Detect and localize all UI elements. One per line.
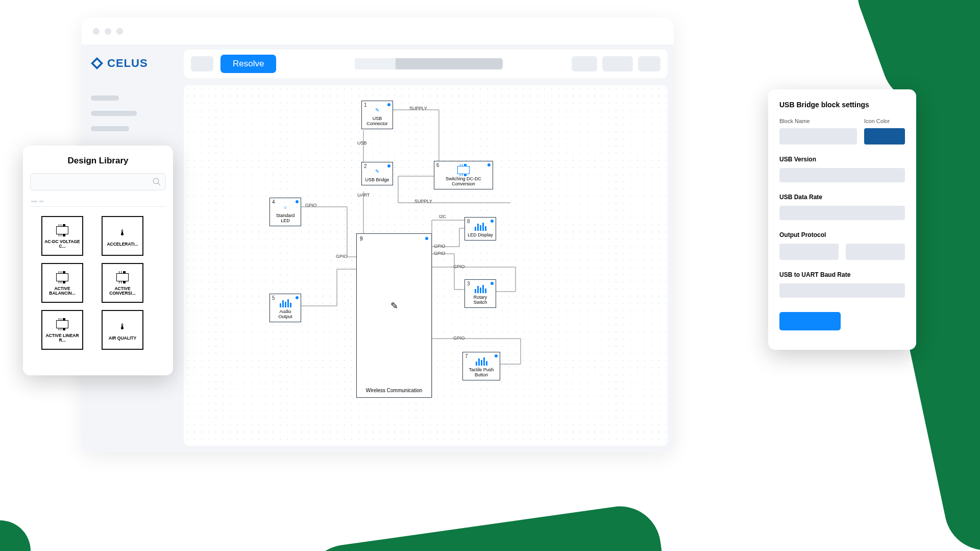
svg-line-29	[158, 183, 160, 185]
block-status-dot-icon	[387, 164, 390, 167]
port-label: GPIO	[453, 264, 465, 269]
library-item-ac-dc[interactable]: AC-DC VOLTAGE C...	[41, 216, 83, 256]
block-status-dot-icon	[487, 163, 491, 166]
canvas-block-usb-bridge[interactable]: 2 ✎ USB Bridge	[361, 162, 393, 185]
toolbar-placeholder[interactable]	[191, 56, 213, 71]
block-settings-panel[interactable]: USB Bridge block settings Block Name Ico…	[768, 89, 916, 350]
bg-shape	[0, 520, 31, 551]
block-status-dot-icon	[491, 282, 494, 285]
block-status-dot-icon	[296, 200, 299, 203]
dcdc-icon	[435, 163, 492, 177]
canvas-block-dcdc[interactable]: 6 Switching DC-DC Conversion	[434, 161, 493, 189]
library-item-active-linear[interactable]: ACTIVE LINEAR R...	[41, 310, 83, 350]
canvas-block-tactile-button[interactable]: 7 Tactile Push Button	[462, 352, 500, 380]
library-item-active-conversion[interactable]: ACTIVE CONVERSI...	[102, 263, 143, 303]
port-label: GPIO	[434, 244, 446, 249]
output-protocol-input[interactable]	[846, 244, 905, 260]
field-label: USB Version	[779, 156, 905, 163]
usb-data-rate-input[interactable]	[779, 206, 905, 220]
library-item-air-quality[interactable]: 🌡AIR QUALITY	[102, 310, 143, 350]
block-name-input[interactable]	[779, 128, 857, 145]
window-control-icon[interactable]	[93, 28, 100, 35]
block-status-dot-icon	[296, 296, 299, 299]
bg-shape	[301, 501, 669, 551]
canvas-block-usb-connector[interactable]: 1 ✎ USB Connector	[361, 101, 393, 129]
apply-settings-button[interactable]	[779, 312, 841, 330]
divider	[30, 206, 166, 207]
chip-icon	[56, 317, 68, 331]
canvas-block-rotary-switch[interactable]: 3 Rotary Switch	[464, 279, 496, 308]
uart-baud-input[interactable]	[779, 283, 905, 298]
nav-item-placeholder[interactable]	[91, 126, 129, 131]
brand-text: CELUS	[107, 57, 148, 70]
block-number: 9	[360, 236, 363, 242]
port-label: GPIO	[336, 254, 348, 259]
toolbar: Resolve	[184, 50, 668, 78]
settings-title: USB Bridge block settings	[779, 101, 905, 109]
svg-point-28	[153, 178, 159, 184]
logo-mark-icon	[91, 57, 103, 69]
port-label: I2C	[439, 214, 446, 219]
canvas-block-wireless[interactable]: 9 ✎ Wireless Communication	[356, 233, 432, 398]
toolbar-placeholder[interactable]	[572, 56, 597, 71]
library-item-accelerometer[interactable]: 🌡ACCELERATI...	[102, 216, 143, 256]
output-protocol-input[interactable]	[779, 244, 839, 260]
library-title: Design Library	[30, 156, 166, 166]
block-label: Wireless Communication	[357, 388, 431, 393]
port-label: USB	[357, 140, 367, 146]
block-status-dot-icon	[495, 354, 498, 357]
usb-version-input[interactable]	[779, 168, 905, 182]
field-label: USB to UART Baud Rate	[779, 271, 905, 278]
block-status-dot-icon	[491, 220, 494, 223]
thermometer-icon: 🌡	[118, 226, 127, 240]
window-control-icon[interactable]	[105, 28, 111, 35]
thermometer-icon: 🌡	[118, 320, 127, 334]
resolve-button[interactable]: Resolve	[220, 55, 276, 73]
progress-fill	[355, 58, 396, 69]
block-status-dot-icon	[387, 103, 390, 106]
icon-color-picker[interactable]	[864, 128, 905, 145]
canvas-block-audio-output[interactable]: 5 Audio Output	[270, 294, 301, 322]
field-label: USB Data Rate	[779, 194, 905, 201]
field-label: Icon Color	[864, 118, 905, 124]
field-label: Output Protocol	[779, 231, 905, 238]
window-control-icon[interactable]	[116, 28, 123, 35]
port-label: GPIO	[434, 251, 446, 256]
block-status-dot-icon	[425, 237, 428, 240]
main-column: Resolve 9 ✎ Wireless Communication	[184, 44, 674, 452]
nav-item-placeholder[interactable]	[91, 95, 119, 101]
progress-bar	[355, 58, 503, 69]
canvas-block-led-display[interactable]: 8 LED Display	[464, 217, 496, 241]
library-filter-icon[interactable]	[30, 198, 166, 202]
nav-item-placeholder[interactable]	[91, 111, 137, 116]
chip-icon	[116, 270, 129, 284]
search-icon	[152, 177, 161, 186]
chip-icon	[56, 223, 68, 237]
port-label: GPIO	[305, 203, 317, 208]
port-label: SUPPLY	[409, 106, 427, 111]
library-item-active-balancing[interactable]: ACTIVE BALANCIN...	[41, 263, 83, 303]
field-label: Block Name	[779, 118, 857, 124]
button-icon	[464, 354, 499, 368]
design-library-panel[interactable]: Design Library AC-DC VOLTAGE C... 🌡ACCEL…	[23, 146, 173, 375]
brand-logo[interactable]: CELUS	[91, 57, 175, 70]
canvas-block-standard-led[interactable]: 4 ☼ Standard LED	[270, 198, 301, 226]
port-label: UART	[357, 193, 370, 198]
toolbar-placeholder[interactable]	[602, 56, 633, 71]
port-label: GPIO	[453, 336, 465, 341]
toolbar-placeholder[interactable]	[638, 56, 660, 71]
chip-icon	[56, 270, 68, 284]
library-search-input[interactable]	[30, 173, 166, 190]
window-titlebar	[82, 18, 674, 44]
port-label: SUPPLY	[414, 199, 432, 204]
design-canvas[interactable]: 9 ✎ Wireless Communication 1 ✎ USB Conne…	[184, 85, 668, 446]
